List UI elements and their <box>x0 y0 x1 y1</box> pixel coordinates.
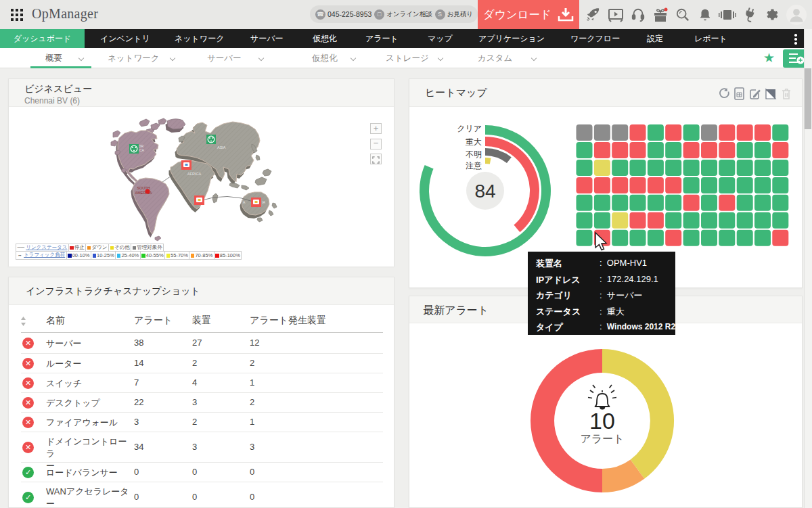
svg-text:ASIA: ASIA <box>217 145 226 149</box>
svg-text:AFRICA: AFRICA <box>187 172 202 176</box>
svg-text:CA: CA <box>139 148 145 152</box>
svg-text:10: 10 <box>589 408 615 434</box>
svg-text:84: 84 <box>474 181 495 202</box>
svg-text:アラート: アラート <box>580 433 624 444</box>
svg-text:重大: 重大 <box>466 137 482 147</box>
svg-text:注意: 注意 <box>466 161 482 170</box>
svg-text:クリア: クリア <box>457 124 482 133</box>
svg-text:IA: IA <box>262 200 265 204</box>
svg-text:不明: 不明 <box>466 149 482 159</box>
